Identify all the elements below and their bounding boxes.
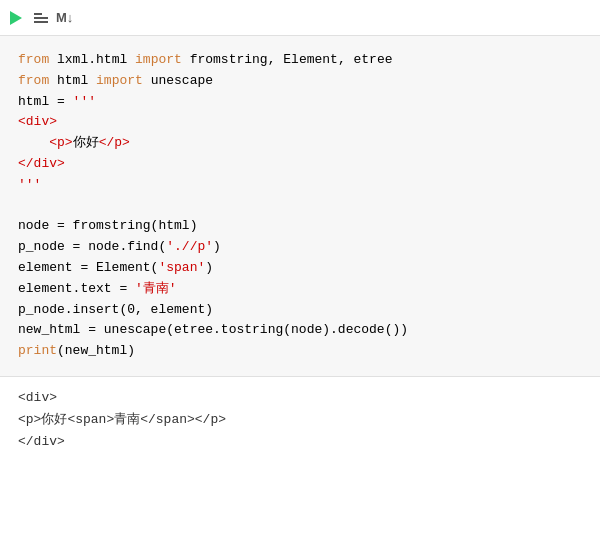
string-triple: ''' [73, 94, 96, 109]
lines-button[interactable] [30, 13, 48, 23]
code-content: from lxml.html import fromstring, Elemen… [18, 50, 582, 362]
output-line-1: <div> [18, 387, 582, 409]
string-path: './/p' [166, 239, 213, 254]
keyword-print: print [18, 343, 57, 358]
string-triple-end: ''' [18, 177, 41, 192]
html-div-close: </div> [18, 156, 65, 171]
md-label: M↓ [56, 10, 73, 25]
toolbar: M↓ [0, 0, 600, 36]
html-p-open: <p> [49, 135, 72, 150]
keyword-import1: import [135, 52, 182, 67]
output-line-2: <p>你好<span>青南</span></p> [18, 409, 582, 431]
output-line-3: </div> [18, 431, 582, 453]
output-area: <div> <p>你好<span>青南</span></p> </div> [0, 377, 600, 467]
keyword-import2: import [96, 73, 143, 88]
keyword-from1: from [18, 52, 49, 67]
html-div-open: <div> [18, 114, 57, 129]
string-span: 'span' [158, 260, 205, 275]
string-text: '青南' [135, 281, 177, 296]
code-cell: from lxml.html import fromstring, Elemen… [0, 36, 600, 377]
lines-icon [34, 13, 48, 23]
keyword-from2: from [18, 73, 49, 88]
play-icon [10, 11, 22, 25]
run-button[interactable] [10, 11, 22, 25]
html-p-close: </p> [99, 135, 130, 150]
